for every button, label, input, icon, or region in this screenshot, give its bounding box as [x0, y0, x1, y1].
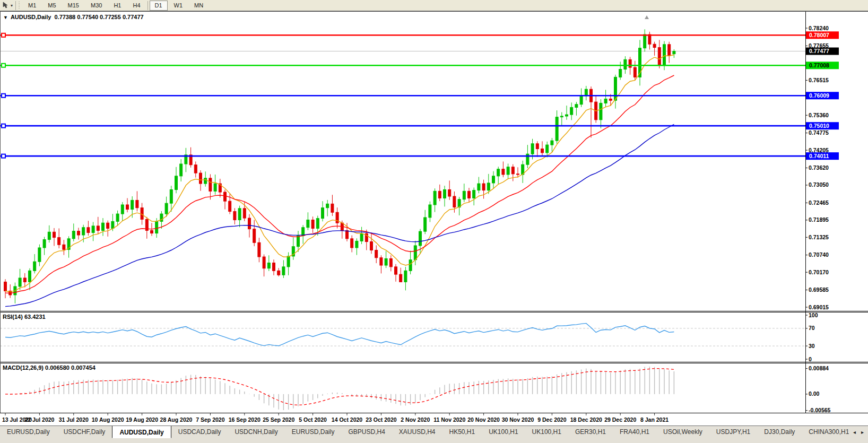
- svg-text:19 Aug 2020: 19 Aug 2020: [126, 416, 158, 423]
- svg-text:22 Jul 2020: 22 Jul 2020: [24, 416, 54, 423]
- tab-dj30-daily[interactable]: DJ30,Daily: [757, 426, 802, 437]
- svg-text:23 Oct 2020: 23 Oct 2020: [366, 416, 397, 423]
- svg-text:30 Nov 2020: 30 Nov 2020: [502, 416, 534, 423]
- svg-text:-0.00565: -0.00565: [809, 407, 831, 413]
- tab-xauusd-h4[interactable]: XAUUSD,H4: [392, 426, 442, 437]
- timeframe-button-mn[interactable]: MN: [189, 1, 209, 11]
- svg-text:0.73620: 0.73620: [809, 164, 829, 171]
- svg-text:0.77008: 0.77008: [809, 62, 829, 68]
- toolbar-divider: [147, 1, 148, 10]
- svg-text:0.75010: 0.75010: [809, 123, 829, 129]
- svg-text:0.75360: 0.75360: [809, 112, 829, 118]
- svg-text:31 Jul 2020: 31 Jul 2020: [59, 416, 89, 423]
- svg-text:0.70740: 0.70740: [809, 251, 829, 258]
- svg-text:29 Dec 2020: 29 Dec 2020: [604, 416, 636, 423]
- tabs-scroll-left-icon[interactable]: ◂: [853, 429, 856, 435]
- chevron-down-icon[interactable]: ▾: [11, 3, 13, 8]
- tab-usdcnh-daily[interactable]: USDCNH,Daily: [228, 426, 284, 437]
- hline-handle-0.74011[interactable]: [2, 154, 5, 158]
- hline-handle-0.75010[interactable]: [2, 124, 5, 128]
- svg-text:0.71325: 0.71325: [809, 234, 829, 240]
- crosshair-cursor-icon[interactable]: [1, 1, 10, 10]
- svg-text:0.73050: 0.73050: [809, 181, 829, 188]
- tab-usdchf-daily[interactable]: USDCHF,Daily: [57, 426, 112, 437]
- svg-text:0.00: 0.00: [809, 390, 820, 397]
- chart-title: ▼AUDUSD,Daily 0.77388 0.77540 0.77255 0.…: [3, 14, 144, 20]
- tab-fra40-h1[interactable]: FRA40,H1: [613, 426, 656, 437]
- chart-canvas[interactable]: 0.782400.776550.765150.753600.747750.742…: [0, 12, 868, 426]
- chart-plot-area[interactable]: [0, 12, 805, 311]
- tab-uk100-h1[interactable]: UK100,H1: [525, 426, 568, 437]
- tab-usdjpy-h1[interactable]: USDJPY,H1: [709, 426, 757, 437]
- collapse-triangle-icon[interactable]: ▼: [3, 15, 8, 20]
- svg-text:0.76515: 0.76515: [809, 77, 829, 83]
- svg-text:0.74011: 0.74011: [809, 153, 829, 159]
- svg-text:0.69585: 0.69585: [809, 286, 829, 293]
- svg-text:18 Dec 2020: 18 Dec 2020: [570, 416, 602, 423]
- timeframe-button-d1[interactable]: D1: [150, 1, 168, 11]
- rsi-indicator-label: RSI(14) 63.4231: [3, 314, 46, 320]
- svg-text:30: 30: [809, 343, 815, 349]
- symbol-tab-bar: EURUSD,DailyUSDCHF,DailyAUDUSD,DailyUSDC…: [0, 425, 868, 443]
- hline-handle-0.77008[interactable]: [2, 64, 5, 67]
- svg-text:14 Oct 2020: 14 Oct 2020: [332, 416, 363, 423]
- svg-text:20 Nov 2020: 20 Nov 2020: [467, 416, 500, 423]
- svg-text:28 Aug 2020: 28 Aug 2020: [160, 416, 193, 423]
- svg-text:0.76009: 0.76009: [809, 92, 829, 99]
- timeframe-button-w1[interactable]: W1: [169, 1, 188, 11]
- svg-text:16 Sep 2020: 16 Sep 2020: [229, 416, 261, 423]
- chart-window: 0.782400.776550.765150.753600.747750.742…: [0, 11, 868, 425]
- svg-text:0.72465: 0.72465: [809, 199, 829, 206]
- svg-text:0.78240: 0.78240: [809, 25, 829, 31]
- toolbar-divider: [15, 1, 16, 10]
- svg-text:100: 100: [809, 312, 818, 318]
- svg-text:0.70170: 0.70170: [809, 269, 829, 275]
- tab-usdcad-daily[interactable]: USDCAD,Daily: [171, 426, 228, 437]
- macd-indicator-label: MACD(12,26,9) 0.006580 0.007454: [3, 364, 96, 371]
- svg-text:0.78007: 0.78007: [809, 32, 829, 38]
- svg-text:0.69015: 0.69015: [809, 304, 829, 310]
- tab-uk100-h1[interactable]: UK100,H1: [482, 426, 525, 437]
- svg-text:11 Nov 2020: 11 Nov 2020: [433, 416, 465, 423]
- timeframe-button-m5[interactable]: M5: [42, 1, 61, 11]
- chart-ohlc-values: 0.77388 0.77540 0.77255 0.77477: [54, 14, 143, 20]
- tab-usoil-weekly[interactable]: USOil,Weekly: [656, 426, 709, 437]
- chart-symbol-period: AUDUSD,Daily: [11, 14, 51, 20]
- svg-text:70: 70: [809, 325, 815, 331]
- hline-handle-0.76009[interactable]: [2, 94, 5, 98]
- svg-text:9 Dec 2020: 9 Dec 2020: [537, 416, 566, 423]
- tab-audusd-daily[interactable]: AUDUSD,Daily: [112, 426, 171, 438]
- svg-text:0: 0: [809, 356, 812, 362]
- svg-text:5 Oct 2020: 5 Oct 2020: [299, 416, 327, 423]
- svg-text:0.74775: 0.74775: [809, 129, 829, 136]
- tab-ger30-h1[interactable]: GER30,H1: [568, 426, 613, 437]
- tab-eurusd-daily[interactable]: EURUSD,Daily: [285, 426, 342, 437]
- tab-eurusd-daily[interactable]: EURUSD,Daily: [0, 426, 57, 437]
- tabs-scroll-right-icon[interactable]: ▸: [861, 429, 864, 435]
- hline-handle-0.78007[interactable]: [2, 33, 5, 37]
- svg-text:25 Sep 2020: 25 Sep 2020: [263, 416, 294, 423]
- toolbar-grip[interactable]: [18, 2, 20, 10]
- tab-hk50-h1[interactable]: HK50,H1: [442, 426, 482, 437]
- timeframe-button-h4[interactable]: H4: [127, 1, 145, 11]
- timeframe-button-m1[interactable]: M1: [23, 1, 41, 11]
- svg-text:8 Jan 2021: 8 Jan 2021: [640, 416, 669, 423]
- timeframe-toolbar: ▾ M1M5M15M30H1H4D1W1MN: [0, 0, 868, 11]
- svg-text:7 Sep 2020: 7 Sep 2020: [196, 416, 224, 423]
- svg-text:0.77477: 0.77477: [809, 48, 829, 54]
- svg-text:2 Nov 2020: 2 Nov 2020: [401, 416, 430, 423]
- svg-text:10 Aug 2020: 10 Aug 2020: [92, 416, 124, 423]
- timeframe-button-m15[interactable]: M15: [63, 1, 84, 11]
- tab-china300-h1[interactable]: CHINA300,H1: [802, 426, 849, 437]
- svg-text:0.71895: 0.71895: [809, 216, 829, 223]
- timeframe-button-h1[interactable]: H1: [108, 1, 126, 11]
- svg-text:0.00884: 0.00884: [809, 365, 829, 371]
- tab-gbpusd-h4[interactable]: GBPUSD,H4: [341, 426, 392, 437]
- timeframe-button-m30[interactable]: M30: [85, 1, 107, 11]
